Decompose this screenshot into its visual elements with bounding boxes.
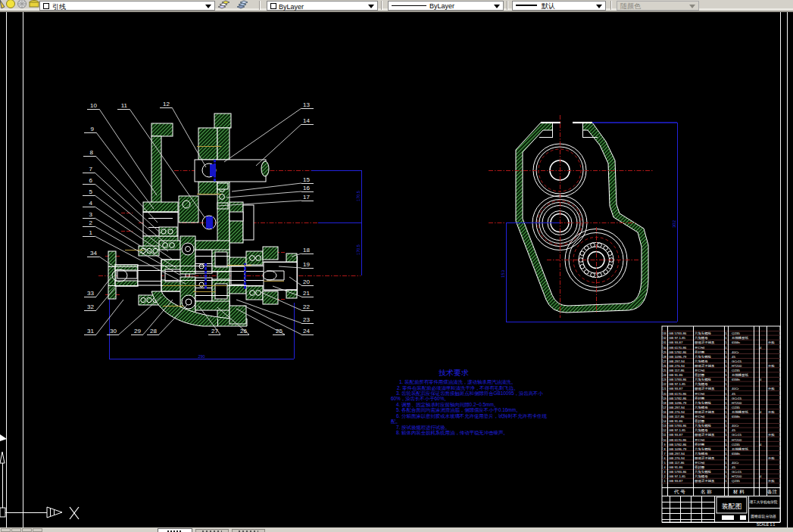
svg-text:1: 1 [725, 359, 727, 363]
svg-text:1: 1 [725, 461, 727, 465]
svg-text:1: 1 [725, 331, 727, 335]
svg-text:65Mn: 65Mn [732, 378, 741, 381]
svg-text:GB 117-86: GB 117-86 [669, 461, 685, 465]
svg-text:25: 25 [276, 328, 283, 334]
svg-text:GCr15: GCr15 [732, 433, 741, 437]
svg-text:GB 6170-86: GB 6170-86 [669, 346, 687, 350]
svg-text:1: 1 [725, 364, 727, 368]
svg-text:备注: 备注 [767, 489, 778, 495]
svg-text:1: 1 [725, 474, 727, 478]
svg-text:Q235: Q235 [732, 406, 740, 409]
svg-text:4: 4 [663, 466, 665, 469]
svg-text:4: 4 [760, 474, 762, 478]
svg-text:石棉橡胶纸: 石棉橡胶纸 [732, 447, 749, 451]
svg-text:40Cr: 40Cr [732, 387, 739, 390]
svg-text:GCr15: GCr15 [732, 470, 741, 474]
svg-text:Q235: Q235 [732, 479, 740, 483]
svg-text:GB 93-87: GB 93-87 [669, 479, 683, 483]
svg-text:32: 32 [87, 303, 94, 310]
svg-text:1: 1 [725, 438, 727, 442]
svg-text:12: 12 [163, 101, 170, 107]
svg-text:290: 290 [198, 354, 204, 359]
svg-text:60%，沿齿长不小于60%。: 60%，沿齿长不小于60%。 [391, 396, 449, 402]
svg-text:圆锥滚子轴承: 圆锥滚子轴承 [695, 364, 715, 368]
svg-text:GB 5782-86: GB 5782-86 [669, 350, 687, 354]
svg-text:技术要求: 技术要求 [439, 369, 469, 377]
svg-text:1: 1 [725, 433, 727, 437]
svg-text:153: 153 [501, 269, 505, 278]
svg-text:45: 45 [732, 392, 735, 396]
svg-text:1: 1 [725, 336, 727, 340]
svg-text:22: 22 [663, 383, 666, 386]
svg-text:45: 45 [732, 428, 735, 432]
svg-text:8. 箱体内装全损耗系统用油，传动平稳无冲击噪声。: 8. 箱体内装全损耗系统用油，传动平稳无冲击噪声。 [396, 430, 508, 436]
svg-text:23: 23 [303, 316, 310, 323]
svg-text:170.5: 170.5 [356, 244, 361, 255]
svg-text:GB 91-86: GB 91-86 [669, 373, 683, 377]
svg-text:1: 1 [725, 410, 727, 414]
svg-text:GB 1096-79: GB 1096-79 [669, 447, 687, 451]
svg-text:28: 28 [150, 328, 157, 334]
svg-text:GB 5783-86: GB 5783-86 [669, 470, 687, 474]
svg-text:1: 1 [725, 424, 727, 428]
svg-text:GB 93-87: GB 93-87 [669, 387, 683, 390]
svg-text:圆锥滚子轴承: 圆锥滚子轴承 [695, 479, 715, 483]
svg-text:GB 297-94: GB 297-94 [669, 406, 685, 409]
svg-text:开口销: 开口销 [695, 461, 705, 465]
svg-text:29: 29 [134, 328, 141, 334]
svg-text:石棉橡胶纸: 石棉橡胶纸 [732, 410, 749, 414]
svg-text:密封圈: 密封圈 [695, 350, 704, 354]
svg-text:4: 4 [760, 378, 762, 381]
svg-text:40Cr: 40Cr [732, 461, 739, 465]
svg-text:21: 21 [303, 290, 310, 297]
svg-text:1: 1 [725, 479, 727, 483]
svg-text:GB 97.1-85: GB 97.1-85 [669, 428, 686, 432]
svg-text:GB 91-86: GB 91-86 [669, 465, 683, 469]
svg-text:1: 1 [725, 346, 727, 350]
svg-text:Q235: Q235 [732, 369, 740, 372]
svg-text:16: 16 [303, 185, 310, 191]
svg-text:1: 1 [725, 419, 727, 423]
svg-text:1: 1 [725, 470, 727, 474]
svg-text:14: 14 [303, 117, 310, 124]
svg-text:40Cr: 40Cr [732, 424, 739, 428]
svg-text:GB 1096-79: GB 1096-79 [669, 355, 687, 359]
svg-text:1: 1 [725, 355, 727, 359]
svg-text:1: 1 [725, 447, 727, 451]
svg-text:GB 297-94: GB 297-94 [669, 359, 685, 363]
svg-text:17: 17 [303, 194, 310, 201]
svg-text:1: 1 [725, 350, 727, 354]
svg-text:1: 1 [725, 415, 727, 418]
svg-text:22: 22 [303, 303, 310, 310]
svg-text:圆锥滚子轴承: 圆锥滚子轴承 [695, 341, 715, 344]
svg-text:40Cr: 40Cr [732, 350, 739, 354]
svg-text:5. 各配合面间均需涂润滑油脂，侧隙值应不小于0.16mm。: 5. 各配合面间均需涂润滑油脂，侧隙值应不小于0.16mm。 [396, 407, 520, 413]
svg-text:GB 5783-86: GB 5783-86 [669, 331, 687, 335]
svg-text:1: 1 [725, 369, 727, 372]
svg-text:11: 11 [121, 102, 128, 109]
svg-text:石棉橡胶纸: 石棉橡胶纸 [732, 373, 749, 377]
svg-text:GB 117-86: GB 117-86 [669, 415, 685, 418]
svg-text:65Mn: 65Mn [732, 341, 741, 344]
svg-text:GB 5782-86: GB 5782-86 [669, 397, 687, 400]
svg-text:1: 1 [725, 378, 727, 381]
svg-text:密封圈: 密封圈 [695, 465, 704, 469]
svg-text:HT200: HT200 [732, 401, 742, 405]
svg-text:5: 5 [89, 188, 93, 195]
svg-text:19: 19 [303, 261, 310, 268]
svg-text:HT200: HT200 [732, 438, 742, 442]
svg-text:GB 276-94: GB 276-94 [669, 410, 685, 414]
svg-text:14: 14 [663, 420, 666, 423]
svg-text:24: 24 [663, 374, 666, 377]
svg-text:4: 4 [760, 410, 762, 414]
svg-text:配。: 配。 [391, 418, 401, 424]
svg-text:GB 97.1-85: GB 97.1-85 [669, 382, 686, 386]
svg-text:4: 4 [760, 443, 762, 446]
svg-text:30: 30 [110, 328, 117, 334]
svg-text:圆锥滚子轴承: 圆锥滚子轴承 [695, 410, 715, 414]
svg-text:Q235: Q235 [732, 443, 740, 446]
svg-text:装配图: 装配图 [722, 502, 742, 510]
svg-text:名 称: 名 称 [701, 489, 712, 495]
svg-text:1: 1 [725, 456, 727, 460]
svg-text:开口销: 开口销 [695, 346, 705, 350]
